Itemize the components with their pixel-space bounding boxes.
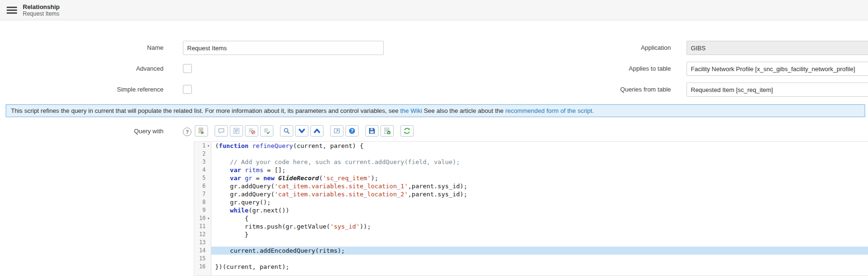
simple-reference-label: Simple reference xyxy=(69,83,163,97)
line-number: 16 xyxy=(194,263,211,271)
code-text: (function refineQuery(current, parent) { xyxy=(211,142,868,150)
queries-from-table-input[interactable] xyxy=(687,83,868,97)
code-line-16[interactable]: 16})(current, parent); xyxy=(194,263,868,271)
code-line-12[interactable]: 12 } xyxy=(194,230,868,239)
info-message: This script refines the query in current… xyxy=(6,104,865,117)
code-line-1[interactable]: 1▾(function refineQuery(current, parent)… xyxy=(194,142,868,150)
line-number: 13 xyxy=(194,239,211,247)
check-syntax-button[interactable] xyxy=(380,125,394,137)
code-line-2[interactable]: 2 xyxy=(194,150,868,158)
line-number: 15 xyxy=(194,255,211,263)
code-line-13[interactable]: 13 xyxy=(194,239,868,247)
code-text: while(gr.next()) xyxy=(211,206,868,214)
save-button[interactable] xyxy=(365,125,379,137)
line-number: 9 xyxy=(194,206,211,214)
header-titles: Relationship Request Items xyxy=(23,3,60,17)
simple-reference-checkbox[interactable] xyxy=(183,85,192,94)
code-line-4[interactable]: 4 var ritms = []; xyxy=(194,166,868,174)
application-input[interactable] xyxy=(687,41,868,55)
comment-button[interactable] xyxy=(215,125,228,137)
line-number: 11 xyxy=(194,222,211,230)
code-line-6[interactable]: 6 gr.addQuery('cat_item.variables.site_l… xyxy=(194,182,868,190)
script-editor[interactable]: 1▾(function refineQuery(current, parent)… xyxy=(194,141,868,276)
line-number: 6 xyxy=(194,182,211,190)
help-button[interactable]: ? xyxy=(345,125,359,137)
line-number: 10▾ xyxy=(194,214,211,222)
toggle-syntax-editor-button[interactable] xyxy=(195,125,208,137)
code-line-9[interactable]: 9 while(gr.next()) xyxy=(194,206,868,214)
line-number: 12 xyxy=(194,230,211,239)
line-number: 1▾ xyxy=(194,142,211,150)
queries-from-table-label: Queries from table xyxy=(567,83,671,97)
applies-to-table-input[interactable] xyxy=(687,62,868,76)
line-number: 7 xyxy=(194,190,211,198)
find-previous-button[interactable] xyxy=(310,125,324,137)
query-with-label: Query with xyxy=(69,124,163,138)
code-line-11[interactable]: 11 ritms.push(gr.getValue('sys_id')); xyxy=(194,222,868,230)
code-text: gr.query(); xyxy=(211,198,868,206)
info-message-text-2: See also the article about the xyxy=(422,107,506,114)
line-number: 3 xyxy=(194,158,211,166)
line-number: 4 xyxy=(194,166,211,174)
line-number: 8 xyxy=(194,198,211,206)
code-line-8[interactable]: 8 gr.query(); xyxy=(194,198,868,206)
advanced-label: Advanced xyxy=(69,62,163,76)
svg-text:?: ? xyxy=(351,129,353,133)
code-text: gr.addQuery('cat_item.variables.site_loc… xyxy=(211,182,868,190)
recommended-form-link[interactable]: recommended form of the script. xyxy=(505,107,594,114)
code-text: })(current, parent); xyxy=(211,263,868,271)
fullscreen-button[interactable] xyxy=(330,125,344,137)
find-next-button[interactable] xyxy=(295,125,308,137)
code-line-10[interactable]: 10▾ { xyxy=(194,214,868,222)
uncomment-code-button[interactable] xyxy=(260,125,273,137)
page-title: Relationship xyxy=(23,3,60,10)
script-debugger-button[interactable] xyxy=(400,125,414,137)
search-button[interactable] xyxy=(280,125,293,137)
info-message-text: This script refines the query in current… xyxy=(11,107,400,114)
code-text: gr.addQuery('cat_item.variables.site_loc… xyxy=(211,190,868,198)
fold-arrow-icon[interactable]: ▾ xyxy=(206,142,211,150)
comment-code-button[interactable] xyxy=(245,125,258,137)
code-line-14[interactable]: 14 current.addEncodedQuery(ritms); xyxy=(194,247,868,255)
applies-to-table-label: Applies to table xyxy=(567,62,671,76)
code-text xyxy=(211,239,868,247)
code-text xyxy=(211,150,868,158)
page-subtitle: Request Items xyxy=(23,10,60,17)
code-text: ritms.push(gr.getValue('sys_id')); xyxy=(211,222,868,230)
code-line-7[interactable]: 7 gr.addQuery('cat_item.variables.site_l… xyxy=(194,190,868,198)
header-bar: Relationship Request Items xyxy=(0,0,868,20)
script-editor-toolbar: ? xyxy=(195,125,416,137)
name-input[interactable] xyxy=(183,41,384,55)
code-text: // Add your code here, such as current.a… xyxy=(211,158,868,166)
advanced-checkbox[interactable] xyxy=(183,64,192,73)
code-line-3[interactable]: 3 // Add your code here, such as current… xyxy=(194,158,868,166)
name-label: Name xyxy=(69,41,163,55)
line-number: 2 xyxy=(194,150,211,158)
code-text: var gr = new GlideRecord('sc_req_item'); xyxy=(211,174,868,182)
line-number: 5 xyxy=(194,174,211,182)
code-text: } xyxy=(211,230,868,239)
format-code-button[interactable] xyxy=(230,125,243,137)
code-text xyxy=(211,255,868,263)
line-number: 14 xyxy=(194,247,211,255)
wiki-link[interactable]: the Wiki xyxy=(400,107,422,114)
code-text: var ritms = []; xyxy=(211,166,868,174)
code-text: { xyxy=(211,214,868,222)
menu-icon[interactable] xyxy=(7,7,17,14)
code-text: current.addEncodedQuery(ritms); xyxy=(211,247,868,255)
fold-arrow-icon[interactable]: ▾ xyxy=(206,214,211,222)
code-line-15[interactable]: 15 xyxy=(194,255,868,263)
code-line-5[interactable]: 5 var gr = new GlideRecord('sc_req_item'… xyxy=(194,174,868,182)
field-help-icon[interactable]: ? xyxy=(183,128,191,136)
application-label: Application xyxy=(567,41,671,55)
